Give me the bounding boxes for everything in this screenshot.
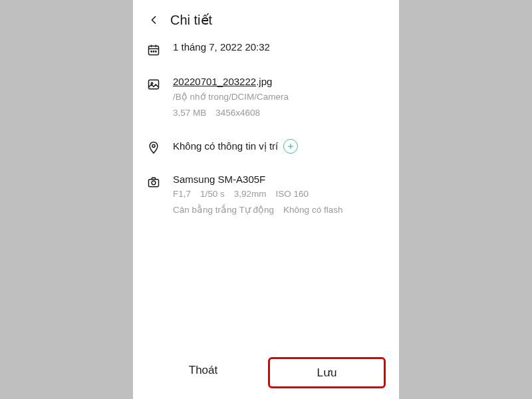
filename-ext: .jpg — [256, 76, 272, 87]
file-dimensions: 3456x4608 — [215, 106, 260, 120]
filename-base: 20220701_203222 — [173, 76, 256, 87]
file-row: 20220701_203222.jpg /Bộ nhớ trong/DCIM/C… — [146, 76, 386, 120]
filename[interactable]: 20220701_203222.jpg — [173, 76, 386, 88]
camera-flash: Không có flash — [283, 203, 342, 217]
camera-aperture: F1,7 — [173, 188, 191, 201]
camera-wb: Cân bằng trắng Tự động — [173, 203, 274, 217]
svg-rect-7 — [149, 80, 159, 88]
location-row: Không có thông tin vị trí — [146, 139, 386, 155]
date-text[interactable]: 1 tháng 7, 2022 20:32 — [173, 41, 386, 53]
details-screen: Chi tiết 1 tháng 7, 2022 20:32 20220701_… — [133, 0, 399, 399]
svg-point-4 — [151, 51, 152, 52]
cancel-button[interactable]: Thoát — [146, 357, 260, 388]
svg-point-5 — [153, 51, 154, 52]
camera-iso: ISO 160 — [276, 188, 309, 201]
back-icon[interactable] — [146, 13, 161, 27]
page-title: Chi tiết — [170, 12, 212, 28]
svg-point-6 — [156, 51, 156, 52]
svg-rect-0 — [149, 46, 159, 55]
content: 1 tháng 7, 2022 20:32 20220701_203222.jp… — [133, 35, 399, 348]
camera-icon — [146, 175, 161, 190]
location-text: Không có thông tin vị trí — [173, 140, 278, 152]
file-meta: 3,57 MB 3456x4608 — [173, 106, 386, 120]
location-icon — [146, 140, 161, 155]
calendar-icon — [146, 43, 161, 57]
camera-shutter: 1/50 s — [200, 188, 225, 201]
add-location-button[interactable] — [283, 139, 298, 154]
camera-meta-1: F1,7 1/50 s 3,92mm ISO 160 — [173, 188, 386, 201]
footer: Thoát Lưu — [133, 348, 399, 399]
camera-model: Samsung SM-A305F — [173, 174, 386, 185]
save-button[interactable]: Lưu — [268, 357, 386, 388]
camera-focal: 3,92mm — [234, 188, 267, 201]
svg-point-9 — [152, 144, 155, 147]
camera-meta-2: Cân bằng trắng Tự động Không có flash — [173, 203, 386, 217]
svg-point-13 — [152, 180, 156, 184]
date-row: 1 tháng 7, 2022 20:32 — [146, 41, 386, 57]
file-path: /Bộ nhớ trong/DCIM/Camera — [173, 90, 386, 104]
image-icon — [146, 77, 161, 92]
camera-row: Samsung SM-A305F F1,7 1/50 s 3,92mm ISO … — [146, 174, 386, 217]
header: Chi tiết — [133, 0, 399, 35]
file-size: 3,57 MB — [173, 106, 206, 120]
